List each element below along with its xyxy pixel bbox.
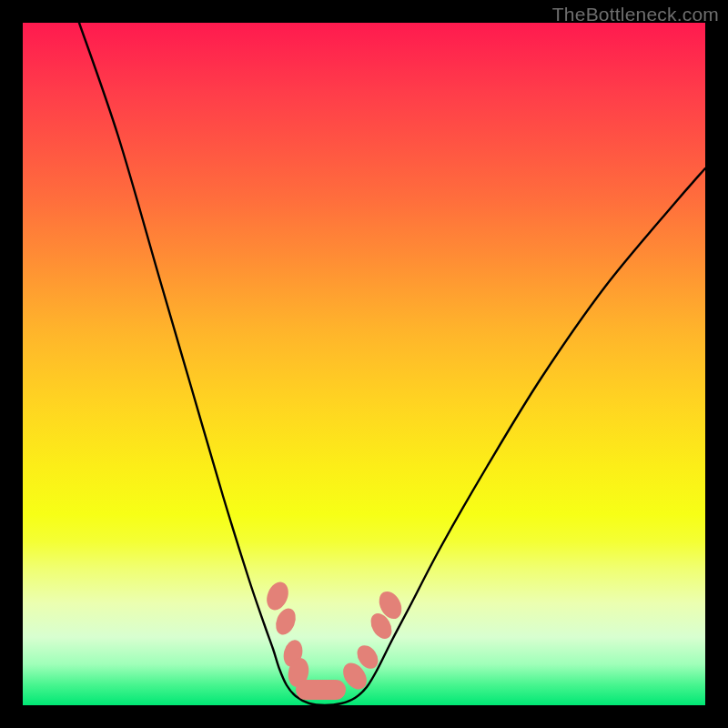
data-marker	[296, 680, 346, 700]
chart-svg	[23, 23, 705, 705]
chart-plot-area	[23, 23, 705, 705]
data-marker	[263, 579, 292, 613]
watermark-text: TheBottleneck.com	[552, 4, 719, 25]
chart-frame: TheBottleneck.com	[0, 0, 728, 728]
data-marker	[272, 605, 299, 637]
